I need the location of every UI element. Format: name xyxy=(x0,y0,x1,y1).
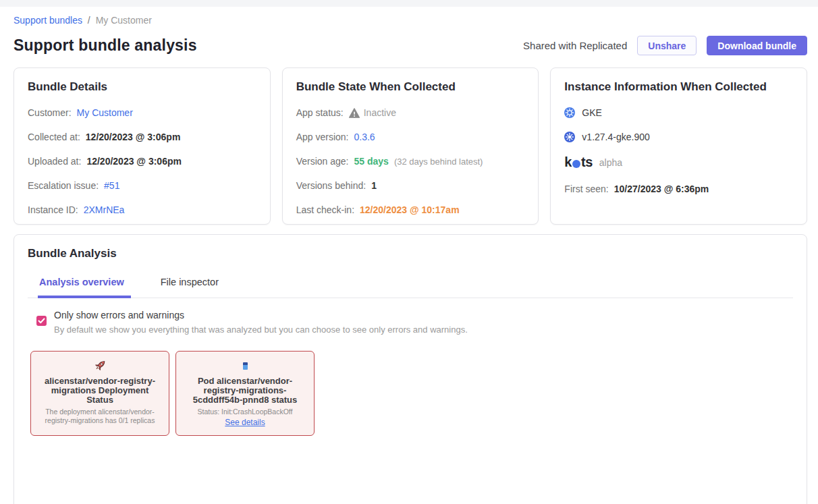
breadcrumb-current: My Customer xyxy=(96,15,152,26)
state-row-app-status: App status: Inactive xyxy=(296,107,525,118)
breadcrumb-separator: / xyxy=(88,15,90,26)
instance-row-first-seen: First seen: 10/27/2023 @ 6:36pm xyxy=(564,184,793,194)
last-checkin-value: 12/20/2023 @ 10:17am xyxy=(360,204,460,215)
instance-info-card: Instance Information When Collected GKE … xyxy=(550,67,807,225)
customer-label: Customer: xyxy=(28,107,72,118)
header-actions: Shared with Replicated Unshare Download … xyxy=(523,36,807,55)
gke-distribution-icon xyxy=(564,107,575,118)
filter-text: Only show errors and warnings By default… xyxy=(54,310,468,335)
kots-letter-k: k xyxy=(564,155,572,170)
detail-row-customer: Customer: My Customer xyxy=(28,107,256,118)
detail-row-instance-id: Instance ID: 2XMrNEa xyxy=(28,204,256,215)
tab-file-inspector[interactable]: File inspector xyxy=(159,277,225,298)
app-status-value: Inactive xyxy=(364,107,396,118)
escalation-issue-link[interactable]: #51 xyxy=(104,180,119,191)
instance-info-title: Instance Information When Collected xyxy=(564,80,793,94)
kubernetes-version-icon xyxy=(564,132,575,142)
versions-behind-value: 1 xyxy=(371,180,377,191)
escalation-issue-label: Escalation issue: xyxy=(28,180,99,191)
filter-label: Only show errors and warnings xyxy=(54,310,468,320)
filter-description: By default we show you everything that w… xyxy=(54,325,468,335)
state-row-app-version: App version: 0.3.6 xyxy=(296,132,525,142)
info-cards-row: Bundle Details Customer: My Customer Col… xyxy=(13,67,807,225)
app-version-link[interactable]: 0.3.6 xyxy=(354,132,375,142)
instance-row-k8s-version: v1.27.4-gke.900 xyxy=(564,132,793,142)
bundle-details-title: Bundle Details xyxy=(28,80,256,94)
kots-letters-ts: ts xyxy=(581,155,593,170)
kots-o-dot xyxy=(572,160,580,168)
collected-at-value: 12/20/2023 @ 3:06pm xyxy=(86,132,181,142)
issue-title: alicenstar/vendor-registry-migrations De… xyxy=(38,376,161,405)
detail-row-escalation-issue: Escalation issue: #51 xyxy=(28,180,256,191)
app-status-label: App status: xyxy=(296,107,344,118)
instance-id-link[interactable]: 2XMrNEa xyxy=(84,204,125,215)
page-header: Support bundle analysis Shared with Repl… xyxy=(13,36,807,55)
bundle-details-card: Bundle Details Customer: My Customer Col… xyxy=(13,67,271,225)
detail-row-uploaded-at: Uploaded at: 12/20/2023 @ 3:06pm xyxy=(28,156,256,167)
unshare-button[interactable]: Unshare xyxy=(637,36,697,55)
rocket-icon xyxy=(92,358,107,373)
download-bundle-button[interactable]: Download bundle xyxy=(707,36,807,55)
bundle-analysis-card: Bundle Analysis Analysis overview File i… xyxy=(13,234,807,504)
issue-card-deployment-status[interactable]: alicenstar/vendor-registry-migrations De… xyxy=(30,351,169,436)
version-age-value: 55 days xyxy=(354,156,389,167)
tab-analysis-overview[interactable]: Analysis overview xyxy=(38,277,131,298)
version-age-label: Version age: xyxy=(296,156,349,167)
page-title: Support bundle analysis xyxy=(13,36,197,55)
bundle-analysis-title: Bundle Analysis xyxy=(28,247,793,260)
page: Support bundles / My Customer Support bu… xyxy=(0,15,818,504)
detail-row-collected-at: Collected at: 12/20/2023 @ 3:06pm xyxy=(28,132,256,142)
issues-row: alicenstar/vendor-registry-migrations De… xyxy=(30,351,793,436)
issue-message: The deployment alicenstar/vendor-registr… xyxy=(36,408,164,425)
warning-triangle-icon xyxy=(349,108,360,118)
app-version-label: App version: xyxy=(296,132,349,142)
bundle-state-card: Bundle State When Collected App status: … xyxy=(282,67,539,225)
breadcrumb-link-support-bundles[interactable]: Support bundles xyxy=(13,15,82,26)
issue-card-pod-status[interactable]: Pod alicenstar/vendor-registry-migration… xyxy=(175,351,315,436)
state-row-version-age: Version age: 55 days (32 days behind lat… xyxy=(296,156,525,167)
analysis-tabs: Analysis overview File inspector xyxy=(28,277,793,298)
version-age-note: (32 days behind latest) xyxy=(394,157,483,167)
first-seen-value: 10/27/2023 @ 6:36pm xyxy=(614,184,709,194)
instance-id-label: Instance ID: xyxy=(28,204,78,215)
issue-message: Status: Init:CrashLoopBackOff xyxy=(181,408,309,416)
shared-status-text: Shared with Replicated xyxy=(523,40,627,51)
first-seen-label: First seen: xyxy=(564,184,608,194)
collected-at-label: Collected at: xyxy=(28,132,80,142)
state-row-versions-behind: Versions behind: 1 xyxy=(296,180,525,191)
last-checkin-label: Last check-in: xyxy=(296,204,354,215)
instance-row-kots: kts alpha xyxy=(564,155,793,170)
top-strip xyxy=(0,0,818,7)
kots-channel: alpha xyxy=(599,157,622,168)
kots-logo: kts xyxy=(564,155,592,170)
versions-behind-label: Versions behind: xyxy=(296,180,366,191)
uploaded-at-label: Uploaded at: xyxy=(28,156,81,167)
errors-filter: Only show errors and warnings By default… xyxy=(36,310,793,335)
see-details-link[interactable]: See details xyxy=(225,418,265,427)
bundle-state-title: Bundle State When Collected xyxy=(296,80,525,94)
only-errors-checkbox[interactable] xyxy=(36,316,47,326)
issue-title: Pod alicenstar/vendor-registry-migration… xyxy=(184,376,306,405)
uploaded-at-value: 12/20/2023 @ 3:06pm xyxy=(86,156,182,167)
state-row-last-checkin: Last check-in: 12/20/2023 @ 10:17am xyxy=(296,204,525,215)
pod-icon xyxy=(243,358,248,373)
customer-link[interactable]: My Customer xyxy=(77,107,133,118)
distribution-value: GKE xyxy=(582,107,602,118)
k8s-version-value: v1.27.4-gke.900 xyxy=(582,132,649,142)
breadcrumb: Support bundles / My Customer xyxy=(13,15,807,26)
instance-row-distribution: GKE xyxy=(564,107,793,118)
